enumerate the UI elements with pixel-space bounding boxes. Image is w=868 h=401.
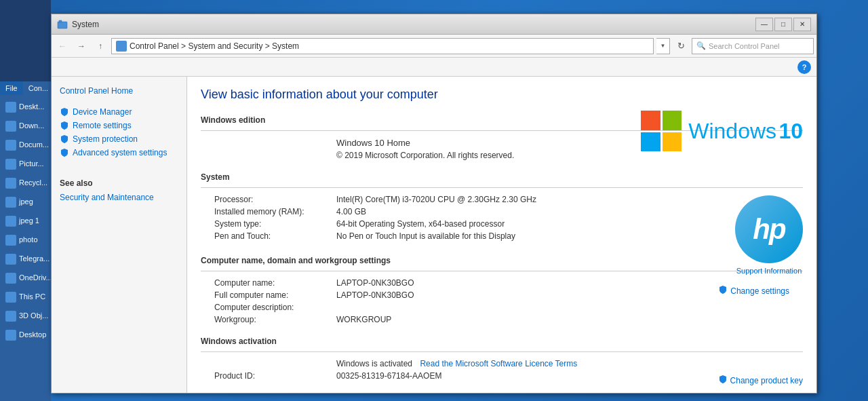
system-header: System: [201, 172, 803, 182]
address-bar: ← → ↑ Control Panel > System and Securit…: [52, 35, 816, 58]
support-info-link[interactable]: Support Information: [736, 267, 802, 275]
security-maintenance-link[interactable]: Security and Maintenance: [52, 191, 186, 204]
change-product-key-link[interactable]: Change product key: [730, 376, 803, 385]
table-row-ram: Installed memory (RAM): 4.00 GB: [201, 206, 803, 218]
shield-icon-device: [60, 107, 69, 117]
advanced-settings-label: Advanced system settings: [73, 148, 167, 157]
pentouch-label: Pen and Touch:: [201, 230, 336, 242]
left-nav-items: Deskt... Down... Docum... Pictur... Recy…: [0, 95, 51, 401]
up-button[interactable]: ↑: [92, 38, 108, 54]
search-box[interactable]: 🔍 Search Control Panel: [692, 38, 814, 54]
workgroup-label: Workgroup:: [201, 313, 336, 326]
compname-label: Computer name:: [201, 277, 336, 289]
table-row-systemtype: System type: 64-bit Operating System, x6…: [201, 218, 803, 230]
table-row-productid: Product ID: 00325-81319-67184-AAOEM: [201, 370, 803, 382]
version-label: [201, 136, 336, 149]
shield-icon-remote: [60, 121, 69, 130]
win-logo-green: [663, 111, 682, 130]
left-nav-item-jpeg1[interactable]: jpeg 1: [0, 212, 51, 231]
recycle-icon: [5, 178, 16, 189]
shield-icon-advanced: [60, 148, 69, 157]
left-nav-item-photo[interactable]: photo: [0, 231, 51, 250]
change-settings-link[interactable]: Change settings: [718, 285, 789, 297]
fullcompname-label: Full computer name:: [201, 289, 336, 301]
left-nav-item-desktop2[interactable]: Desktop: [0, 326, 51, 345]
file-icon-photo: [5, 235, 16, 246]
file-icon-jpeg1: [5, 216, 16, 227]
address-dropdown[interactable]: ▼: [656, 38, 670, 54]
see-also-title: See also: [52, 173, 186, 191]
windows-logo-text: Windows 10: [688, 119, 803, 144]
refresh-button[interactable]: ↻: [673, 38, 689, 54]
device-manager-link[interactable]: Device Manager: [52, 105, 186, 119]
systemtype-label: System type:: [201, 218, 336, 230]
back-button[interactable]: ←: [54, 38, 71, 54]
close-button[interactable]: ✕: [793, 18, 811, 31]
productid-label: Product ID:: [201, 370, 336, 382]
folder-icon: [5, 102, 16, 113]
see-also-section: See also Security and Maintenance: [52, 173, 186, 204]
svg-rect-0: [58, 22, 67, 28]
maximize-button[interactable]: □: [774, 18, 792, 31]
title-bar: System — □ ✕: [52, 14, 816, 35]
panel-nav-section: Device Manager Remote settings: [52, 105, 186, 159]
left-nav-item[interactable]: Deskt...: [0, 98, 51, 117]
hp-logo-area: hp Support Information: [735, 195, 803, 275]
windows-logo-area: Windows 10: [641, 111, 803, 151]
left-panel: Control Panel Home Device Manager: [52, 77, 187, 393]
folder-desktop2-icon: [5, 330, 16, 341]
system-section: System Processor: Intel(R) Core(TM) i3-7…: [201, 172, 803, 242]
shield-icon-settings: [718, 285, 728, 297]
folder-3dobj-icon: [5, 311, 16, 322]
hp-logo-text: hp: [753, 213, 785, 246]
panel-home-section: Control Panel Home: [52, 83, 186, 98]
search-placeholder: Search Control Panel: [709, 42, 780, 50]
app-icon-telegram: [5, 254, 16, 265]
left-nav-item-pictures[interactable]: Pictur...: [0, 155, 51, 174]
title-bar-buttons: — □ ✕: [755, 18, 811, 31]
control-panel-home-link[interactable]: Control Panel Home: [52, 83, 186, 98]
sidebar-top: [0, 0, 51, 81]
left-nav-item-downloads[interactable]: Down...: [0, 117, 51, 136]
table-row-compdesc: Computer description:: [201, 301, 718, 313]
compdesc-label: Computer description:: [201, 301, 336, 313]
system-table: Processor: Intel(R) Core(TM) i3-7020U CP…: [201, 193, 803, 242]
left-nav-item-docs[interactable]: Docum...: [0, 136, 51, 155]
remote-settings-label: Remote settings: [73, 121, 132, 130]
minimize-button[interactable]: —: [755, 18, 773, 31]
system-protection-label: System protection: [73, 134, 138, 144]
ram-value: 4.00 GB: [336, 206, 803, 218]
window-title: System: [72, 20, 755, 29]
forward-button[interactable]: →: [73, 38, 90, 54]
windows-text: Windows: [688, 119, 776, 143]
file-tab[interactable]: File: [0, 81, 23, 95]
licence-terms-link[interactable]: Read the Microsoft Software Licence Term…: [420, 359, 577, 368]
system-protection-link[interactable]: System protection: [52, 132, 186, 146]
left-nav-item-telegram[interactable]: Telegra...: [0, 250, 51, 269]
workgroup-value: WORKGROUP: [336, 313, 718, 326]
left-sidebar: File Con... Deskt... Down... Docum... Pi…: [0, 0, 51, 401]
left-nav-item-jpeg[interactable]: jpeg: [0, 193, 51, 212]
compdesc-value: [336, 301, 718, 313]
win-logo-blue: [641, 132, 660, 152]
shield-icon-key: [718, 375, 728, 386]
help-button[interactable]: ?: [797, 60, 811, 74]
advanced-system-settings-link[interactable]: Advanced system settings: [52, 146, 186, 159]
table-row-pentouch: Pen and Touch: No Pen or Touch Input is …: [201, 230, 803, 242]
hp-circle: hp: [735, 195, 803, 263]
address-path[interactable]: Control Panel > System and Security > Sy…: [111, 38, 654, 54]
activation-content: Windows is activated Read the Microsoft …: [336, 358, 803, 370]
computer-tab[interactable]: Con...: [23, 81, 54, 95]
left-nav-item-onedrive[interactable]: OneDriv...: [0, 269, 51, 288]
left-nav-item-thispc[interactable]: This PC: [0, 288, 51, 307]
pentouch-value: No Pen or Touch Input is available for t…: [336, 230, 803, 242]
remote-settings-link[interactable]: Remote settings: [52, 119, 186, 132]
address-icon: [116, 41, 127, 52]
left-nav-item-recycle[interactable]: Recycl...: [0, 174, 51, 193]
left-nav-item-3dobj[interactable]: 3D Obj...: [0, 307, 51, 326]
security-maintenance-label: Security and Maintenance: [60, 193, 154, 202]
win-logo-yellow: [663, 132, 682, 152]
activation-header: Windows activation: [201, 337, 803, 346]
content-wrapper: Control Panel Home Device Manager: [52, 77, 816, 393]
copyright-label: [201, 149, 336, 161]
